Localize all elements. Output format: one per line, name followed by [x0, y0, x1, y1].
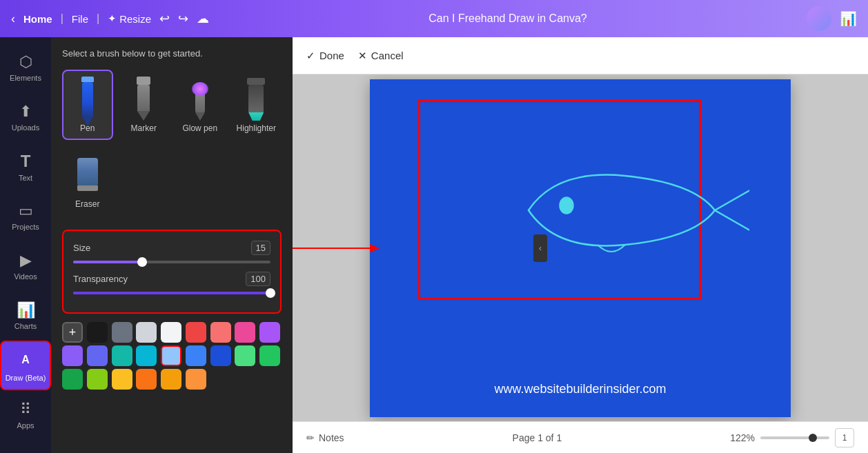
- resize-icon: ✦: [108, 12, 117, 25]
- collapse-panel-button[interactable]: ‹: [533, 234, 547, 262]
- sep2: |: [97, 12, 99, 25]
- main-content: ⬡ Elements ⬆ Uploads T Text ▭ Projects ▶…: [0, 37, 868, 453]
- sidebar-item-text[interactable]: T Text: [0, 142, 51, 192]
- color-red[interactable]: [186, 322, 206, 343]
- canvas-area: ✓ Done ✕ Cancel: [293, 37, 868, 453]
- marker-icon: [127, 77, 160, 121]
- color-pink[interactable]: [235, 322, 255, 343]
- sidebar-item-elements[interactable]: ⬡ Elements: [0, 43, 51, 92]
- size-slider[interactable]: [73, 261, 270, 263]
- sidebar-item-uploads[interactable]: ⬆ Uploads: [0, 92, 51, 142]
- color-orange-light[interactable]: [136, 369, 157, 390]
- fish-drawing: [404, 93, 749, 334]
- sidebar-item-charts[interactable]: 📊 Charts: [0, 291, 51, 341]
- analytics-icon[interactable]: 📊: [840, 10, 857, 27]
- color-palette: +: [62, 322, 282, 390]
- brush-eraser[interactable]: Eraser: [62, 145, 113, 216]
- brush-marker[interactable]: Marker: [119, 70, 170, 140]
- glow-pen-icon: [184, 77, 217, 121]
- svg-point-0: [560, 197, 573, 214]
- color-black[interactable]: [87, 322, 108, 343]
- canvas-toolbar: ✓ Done ✕ Cancel: [293, 37, 868, 74]
- arrow-annotation: [293, 234, 384, 262]
- undo-button[interactable]: ↩: [159, 11, 170, 26]
- resize-button[interactable]: ✦ Resize: [108, 12, 151, 25]
- color-green[interactable]: [259, 345, 280, 366]
- add-color-button[interactable]: +: [62, 322, 83, 343]
- apps-icon: ⠿: [20, 401, 31, 419]
- color-yellow[interactable]: [112, 369, 132, 390]
- color-lime[interactable]: [87, 369, 108, 390]
- color-salmon[interactable]: [210, 322, 231, 343]
- back-button[interactable]: ‹: [11, 12, 15, 26]
- color-darkgreen[interactable]: [62, 369, 83, 390]
- file-button[interactable]: File: [72, 13, 88, 25]
- size-value[interactable]: 15: [251, 241, 270, 255]
- color-darkblue[interactable]: [210, 345, 231, 366]
- brush-highlighter[interactable]: Highlighter: [231, 70, 282, 140]
- elements-icon: ⬡: [19, 53, 32, 71]
- zoom-level: 122%: [730, 432, 755, 443]
- notes-button[interactable]: ✏ Notes: [306, 432, 344, 443]
- color-gray[interactable]: [112, 322, 132, 343]
- sidebar-item-projects[interactable]: ▭ Projects: [0, 192, 51, 241]
- sidebar-item-videos[interactable]: ▶ Videos: [0, 241, 51, 291]
- color-amber[interactable]: [161, 369, 181, 390]
- cloud-save-button[interactable]: ☁: [197, 11, 209, 26]
- canvas-viewport[interactable]: www.websitebuilderinsider.com ‹: [293, 74, 868, 421]
- videos-icon: ▶: [20, 252, 32, 270]
- redo-button[interactable]: ↪: [178, 11, 188, 26]
- color-teal[interactable]: [112, 345, 132, 366]
- brush-controls: Size 15 Transparency 100: [62, 230, 282, 314]
- page-number: 1: [835, 428, 854, 447]
- transparency-slider[interactable]: [73, 292, 270, 294]
- color-blue[interactable]: [186, 345, 206, 366]
- svg-marker-2: [370, 244, 379, 252]
- zoom-slider[interactable]: [760, 436, 829, 439]
- draw-panel: Select a brush below to get started. Pen: [51, 37, 293, 453]
- eraser-icon: [71, 152, 104, 197]
- transparency-row: Transparency 100: [73, 272, 270, 286]
- notes-icon: ✏: [306, 432, 315, 443]
- cancel-button[interactable]: ✕ Cancel: [358, 50, 404, 62]
- color-violet[interactable]: [62, 345, 83, 366]
- header: ‹ Home | File | ✦ Resize ↩ ↪ ☁ Can I Fre…: [0, 0, 868, 37]
- color-lightblue[interactable]: [161, 345, 181, 366]
- brush-glow-pen[interactable]: Glow pen: [175, 70, 226, 140]
- color-cyan[interactable]: [136, 345, 157, 366]
- transparency-value[interactable]: 100: [246, 272, 270, 286]
- text-icon: T: [21, 152, 31, 171]
- zoom-thumb[interactable]: [809, 434, 817, 442]
- avatar[interactable]: [807, 6, 831, 31]
- charts-icon: 📊: [17, 301, 35, 319]
- transparency-thumb[interactable]: [266, 288, 275, 298]
- done-button[interactable]: ✓ Done: [306, 50, 344, 62]
- sep1: |: [61, 12, 63, 25]
- highlighter-icon: [239, 77, 273, 121]
- color-orange[interactable]: [186, 369, 206, 390]
- pen-icon: [71, 77, 104, 121]
- color-indigo[interactable]: [87, 345, 108, 366]
- size-label: Size: [73, 243, 90, 253]
- website-text: www.websitebuilderinsider.com: [370, 382, 791, 396]
- page-info: Page 1 of 1: [344, 432, 731, 443]
- brush-pen[interactable]: Pen: [62, 70, 113, 140]
- canvas-design[interactable]: www.websitebuilderinsider.com: [370, 79, 791, 417]
- home-button[interactable]: Home: [23, 13, 52, 25]
- color-lightgray[interactable]: [136, 322, 157, 343]
- color-white[interactable]: [161, 322, 181, 343]
- projects-icon: ▭: [19, 202, 33, 220]
- brush-instruction: Select a brush below to get started.: [62, 48, 282, 59]
- size-thumb[interactable]: [137, 257, 147, 267]
- x-icon: ✕: [358, 50, 367, 62]
- checkmark-icon: ✓: [306, 50, 315, 62]
- brush-grid: Pen Marker Glow pen: [62, 70, 282, 216]
- zoom-controls: 122% 1: [730, 428, 854, 447]
- sidebar-item-apps[interactable]: ⠿ Apps: [0, 390, 51, 440]
- color-purple[interactable]: [259, 322, 280, 343]
- color-lightgreen[interactable]: [235, 345, 255, 366]
- bottom-bar: ✏ Notes Page 1 of 1 122% 1: [293, 421, 868, 453]
- uploads-icon: ⬆: [19, 103, 32, 121]
- document-title: Can I Freehand Draw in Canva?: [220, 12, 796, 25]
- sidebar-item-draw[interactable]: A Draw (Beta): [0, 341, 51, 390]
